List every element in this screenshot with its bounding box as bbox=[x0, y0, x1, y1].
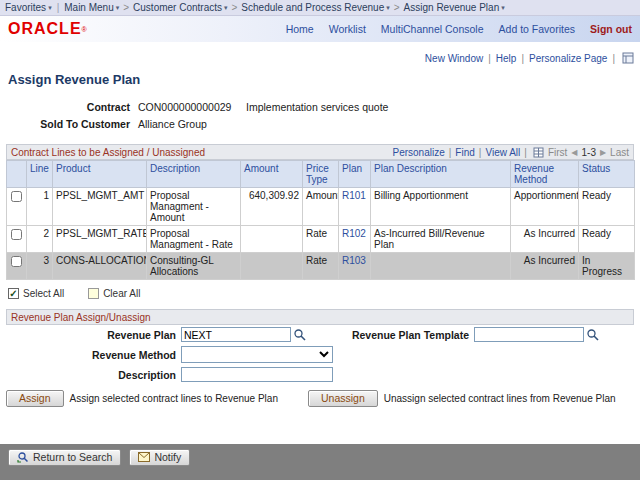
cell-line: 3 bbox=[27, 253, 53, 280]
breadcrumb-customer-contracts[interactable]: Customer Contracts ▾ bbox=[133, 2, 227, 13]
cell-description: Consulting-GL Allocations bbox=[147, 253, 241, 280]
pager-prev-icon[interactable]: ◀ bbox=[571, 148, 577, 157]
return-to-search-icon bbox=[17, 451, 29, 463]
table-row: 3 CONS-ALLOCATIONS Consulting-GL Allocat… bbox=[7, 253, 635, 280]
link-divider: | bbox=[488, 53, 491, 64]
assign-form: Revenue Plan Revenue Plan Template Reven… bbox=[6, 327, 634, 407]
cell-revenue-method: As Incurred bbox=[511, 253, 579, 280]
cell-price-type: Rate bbox=[303, 253, 339, 280]
breadcrumb-main-menu[interactable]: Main Menu ▾ bbox=[64, 2, 119, 13]
chevron-down-icon: ▾ bbox=[116, 4, 120, 12]
view-all-link[interactable]: View All bbox=[485, 147, 520, 158]
oracle-logo: ORACLE bbox=[8, 20, 82, 38]
grid-toolbar: Personalize | Find | View All | First ◀ … bbox=[392, 147, 629, 158]
col-product: Product bbox=[53, 161, 147, 188]
description-label: Description bbox=[6, 369, 181, 381]
cell-description: Proposal Managment - Amount bbox=[147, 188, 241, 226]
home-link[interactable]: Home bbox=[286, 23, 314, 35]
cell-amount bbox=[241, 253, 303, 280]
table-header-row: Line Product Description Amount Price Ty… bbox=[7, 161, 635, 188]
cell-product: PPSL_MGMT_AMT bbox=[53, 188, 147, 226]
assign-caption: Assign selected contract lines to Revenu… bbox=[70, 393, 278, 404]
sold-to-value: Alliance Group bbox=[138, 118, 246, 130]
toolbar-divider: | bbox=[449, 147, 452, 158]
assign-button[interactable]: Assign bbox=[6, 390, 64, 407]
revenue-method-label: Revenue Method bbox=[6, 349, 181, 361]
description-row: Description bbox=[6, 367, 634, 382]
revenue-plan-input[interactable] bbox=[181, 327, 291, 342]
personalize-grid-link[interactable]: Personalize bbox=[392, 147, 444, 158]
col-amount: Amount bbox=[241, 161, 303, 188]
contract-lines-table: Line Product Description Amount Price Ty… bbox=[6, 160, 635, 280]
cell-revenue-method: As Incurred bbox=[511, 226, 579, 253]
breadcrumb-assign-revenue-plan[interactable]: Assign Revenue Plan ▾ bbox=[404, 2, 505, 13]
description-input[interactable] bbox=[181, 367, 333, 382]
breadcrumb-favorites[interactable]: Favorites ▾ bbox=[5, 2, 52, 13]
clear-all-button[interactable]: Clear All bbox=[88, 288, 140, 299]
clear-all-label: Clear All bbox=[103, 288, 140, 299]
unassign-group: Unassign Unassign selected contract line… bbox=[308, 390, 616, 407]
pager-next-icon[interactable]: ▶ bbox=[600, 148, 606, 157]
col-plan: Plan bbox=[339, 161, 371, 188]
assign-section-header: Revenue Plan Assign/Unassign bbox=[6, 309, 634, 325]
new-window-link[interactable]: New Window bbox=[425, 53, 483, 64]
breadcrumb-schedule-process-revenue[interactable]: Schedule and Process Revenue ▾ bbox=[241, 2, 389, 13]
sign-out-link[interactable]: Sign out bbox=[590, 23, 632, 35]
select-all-button[interactable]: ✓ Select All bbox=[8, 288, 64, 299]
plan-link[interactable]: R101 bbox=[342, 190, 366, 201]
worklist-link[interactable]: Worklist bbox=[329, 23, 366, 35]
help-link[interactable]: Help bbox=[496, 53, 517, 64]
chevron-down-icon: ▾ bbox=[224, 4, 228, 12]
cell-plan-description: As-Incurred Bill/Revenue Plan bbox=[371, 226, 511, 253]
revenue-method-row: Revenue Method bbox=[6, 346, 634, 363]
return-to-search-label: Return to Search bbox=[33, 451, 112, 463]
revenue-method-select[interactable] bbox=[181, 346, 333, 363]
unassign-button[interactable]: Unassign bbox=[308, 390, 378, 407]
contract-label: Contract bbox=[6, 101, 138, 113]
notify-label: Notify bbox=[154, 451, 181, 463]
unassign-caption: Unassign selected contract lines from Re… bbox=[384, 393, 616, 404]
revenue-plan-template-label: Revenue Plan Template bbox=[306, 329, 474, 341]
sold-to-row: Sold To Customer Alliance Group bbox=[6, 118, 634, 130]
row-select-checkbox[interactable] bbox=[11, 191, 22, 202]
revenue-plan-lookup-icon[interactable] bbox=[293, 328, 306, 341]
notify-button[interactable]: Notify bbox=[129, 449, 190, 466]
cell-price-type: Rate bbox=[303, 226, 339, 253]
assign-section-title: Revenue Plan Assign/Unassign bbox=[11, 312, 151, 323]
revenue-plan-template-lookup-icon[interactable] bbox=[586, 328, 599, 341]
revenue-plan-template-input[interactable] bbox=[474, 327, 584, 342]
col-line: Line bbox=[27, 161, 53, 188]
multichannel-console-link[interactable]: MultiChannel Console bbox=[381, 23, 484, 35]
download-grid-icon[interactable] bbox=[533, 147, 544, 158]
return-to-search-button[interactable]: Return to Search bbox=[8, 449, 121, 466]
cell-product: CONS-ALLOCATIONS bbox=[53, 253, 147, 280]
revenue-plan-label: Revenue Plan bbox=[6, 329, 181, 341]
col-status: Status bbox=[579, 161, 635, 188]
col-price-type: Price Type bbox=[303, 161, 339, 188]
header-bar: ORACLE ® Home Worklist MultiChannel Cons… bbox=[0, 16, 640, 42]
cell-line: 1 bbox=[27, 188, 53, 226]
plan-link[interactable]: R102 bbox=[342, 228, 366, 239]
breadcrumb-divider: | bbox=[57, 2, 60, 13]
find-link[interactable]: Find bbox=[455, 147, 474, 158]
page-layout-icon[interactable] bbox=[622, 52, 634, 64]
sold-to-label: Sold To Customer bbox=[6, 118, 138, 130]
cell-status: Ready bbox=[579, 188, 635, 226]
breadcrumb-separator: > bbox=[232, 2, 238, 13]
breadcrumb-separator: > bbox=[394, 2, 400, 13]
personalize-page-link[interactable]: Personalize Page bbox=[529, 53, 607, 64]
col-description: Description bbox=[147, 161, 241, 188]
col-revenue-method: Revenue Method bbox=[511, 161, 579, 188]
row-select-checkbox[interactable] bbox=[11, 229, 22, 240]
cell-amount bbox=[241, 226, 303, 253]
footer-actions: Return to Search Notify bbox=[8, 449, 634, 466]
cell-plan-description: Billing Apportionment bbox=[371, 188, 511, 226]
registered-mark: ® bbox=[82, 26, 87, 33]
select-all-label: Select All bbox=[23, 288, 64, 299]
toolbar-divider: | bbox=[479, 147, 482, 158]
grid-section-header: Contract Lines to be Assigned / Unassign… bbox=[6, 144, 634, 160]
row-select-checkbox[interactable] bbox=[11, 256, 22, 267]
contract-description: Implementation services quote bbox=[246, 101, 388, 113]
add-to-favorites-link[interactable]: Add to Favorites bbox=[499, 23, 575, 35]
plan-link[interactable]: R103 bbox=[342, 255, 366, 266]
